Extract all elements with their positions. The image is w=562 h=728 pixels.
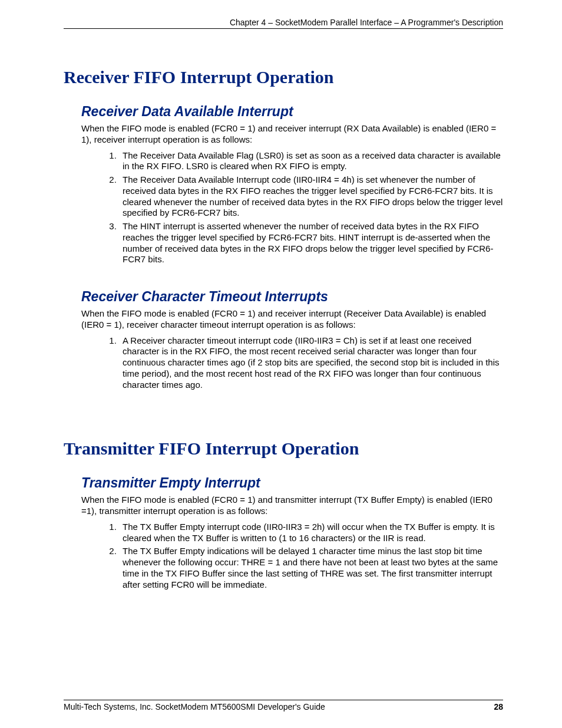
list-item: The Receiver Data Available Flag (LSR0) … xyxy=(119,150,503,173)
subsection-heading-rx-char-timeout: Receiver Character Timeout Interrupts xyxy=(64,289,503,305)
list-item: The HINT interrupt is asserted whenever … xyxy=(119,221,503,265)
page-footer: Multi-Tech Systems, Inc. SocketModem MT5… xyxy=(64,700,503,711)
numbered-list: The TX Buffer Empty interrupt code (IIR0… xyxy=(64,522,503,591)
paragraph-text: When the FIFO mode is enabled (FCR0 = 1)… xyxy=(64,123,503,146)
numbered-list: The Receiver Data Available Flag (LSR0) … xyxy=(64,150,503,266)
subsection-heading-rx-data-available: Receiver Data Available Interrupt xyxy=(64,104,503,120)
page-header: Chapter 4 – SocketModem Parallel Interfa… xyxy=(64,18,503,29)
list-item: A Receiver character timeout interrupt c… xyxy=(119,335,503,391)
subsection-heading-tx-empty: Transmitter Empty Interrupt xyxy=(64,475,503,491)
list-item: The Receiver Data Available Interrupt co… xyxy=(119,174,503,219)
footer-text: Multi-Tech Systems, Inc. SocketModem MT5… xyxy=(64,702,325,711)
list-item: The TX Buffer Empty interrupt code (IIR0… xyxy=(119,522,503,544)
page-container: Chapter 4 – SocketModem Parallel Interfa… xyxy=(0,0,562,728)
section-heading-transmitter-fifo: Transmitter FIFO Interrupt Operation xyxy=(64,439,503,459)
paragraph-text: When the FIFO mode is enabled (FCR0 = 1)… xyxy=(64,495,503,517)
numbered-list: A Receiver character timeout interrupt c… xyxy=(64,335,503,391)
section-heading-receiver-fifo: Receiver FIFO Interrupt Operation xyxy=(64,67,503,87)
list-item: The TX Buffer Empty indications will be … xyxy=(119,546,503,590)
page-number: 28 xyxy=(494,702,503,711)
paragraph-text: When the FIFO mode is enabled (FCR0 = 1)… xyxy=(64,308,503,331)
